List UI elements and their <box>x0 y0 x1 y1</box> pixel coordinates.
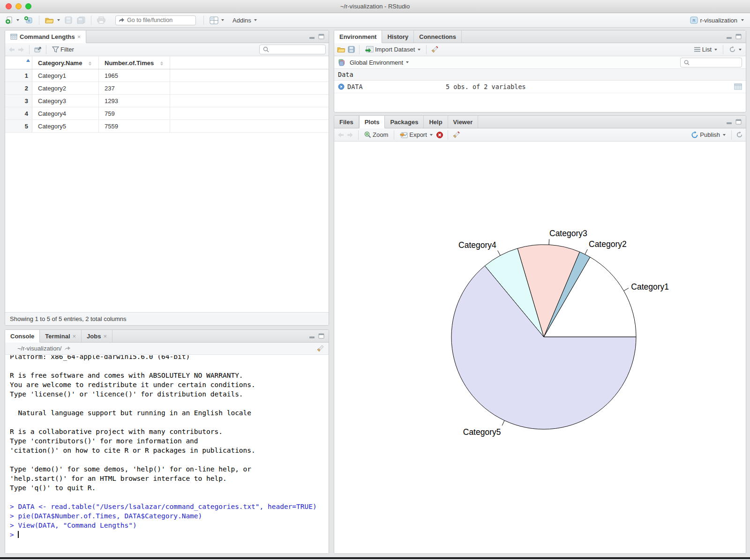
working-directory-path[interactable]: ~/r-visualization/ <box>17 345 61 352</box>
list-view-button[interactable]: List <box>692 45 719 54</box>
close-icon[interactable]: × <box>73 333 76 340</box>
back-icon[interactable] <box>8 46 15 53</box>
maximize-pane-icon[interactable] <box>735 34 742 39</box>
clear-environment-icon[interactable] <box>431 46 438 53</box>
maximize-pane-icon[interactable] <box>318 333 325 339</box>
environment-object-row[interactable]: DATA 5 obs. of 2 variables <box>334 81 746 93</box>
minimize-pane-icon[interactable] <box>726 119 733 125</box>
previous-plot-icon[interactable] <box>337 132 345 138</box>
environment-search-input[interactable] <box>691 59 738 66</box>
tab-command-lengths[interactable]: Command Lengths × <box>5 30 86 43</box>
table-row: 5Category57559 <box>5 120 329 133</box>
toolbar-separator <box>731 130 732 140</box>
clear-console-icon[interactable] <box>316 345 324 352</box>
open-file-button[interactable] <box>44 15 61 25</box>
tab-packages[interactable]: Packages <box>385 116 424 128</box>
tab-plots[interactable]: Plots <box>359 116 385 128</box>
pie-label-tick <box>549 239 549 245</box>
traffic-lights <box>6 3 31 9</box>
pane-layout-button[interactable] <box>208 15 225 25</box>
close-icon[interactable]: × <box>77 33 81 40</box>
tab-history[interactable]: History <box>382 30 414 43</box>
filter-button[interactable]: Filter <box>51 45 75 54</box>
zoom-plot-button[interactable]: Zoom <box>363 130 390 139</box>
zoom-window-button[interactable] <box>25 3 31 9</box>
forward-icon[interactable] <box>17 46 25 53</box>
minimize-pane-icon[interactable] <box>726 34 733 39</box>
window-title: ~/r-visualization - RStudio <box>340 3 410 10</box>
console-output-line <box>10 399 329 408</box>
new-project-button[interactable]: R <box>22 15 35 25</box>
maximize-pane-icon[interactable] <box>735 119 742 125</box>
toolbar-separator <box>359 45 360 54</box>
minimize-pane-icon[interactable] <box>309 34 315 39</box>
save-workspace-icon[interactable] <box>348 46 355 53</box>
new-file-icon <box>5 16 14 24</box>
addins-button[interactable]: Addins <box>231 16 258 25</box>
tab-jobs[interactable]: Jobs× <box>82 330 112 342</box>
goto-directory-icon[interactable] <box>64 346 71 351</box>
remove-plot-icon[interactable] <box>436 131 443 139</box>
export-plot-button[interactable]: Export <box>398 130 434 139</box>
print-button[interactable] <box>96 15 107 25</box>
minimize-window-button[interactable] <box>15 3 22 9</box>
publish-button[interactable]: Publish <box>690 130 727 140</box>
environment-search-box[interactable] <box>680 58 742 67</box>
load-workspace-icon[interactable] <box>337 46 346 53</box>
refresh-caret <box>739 49 742 51</box>
row-number-header[interactable] <box>5 57 32 69</box>
goto-file-input[interactable] <box>127 17 188 23</box>
tab-files[interactable]: Files <box>334 116 359 128</box>
pie-label-tick <box>498 251 501 256</box>
object-name: DATA <box>347 83 363 90</box>
console-input-area[interactable]: Platform: x86_64-apple-darwin15.6.0 (64-… <box>5 355 329 553</box>
tabbar-spacer <box>462 30 722 43</box>
console-output-line: R is a collaborative project with many c… <box>10 427 329 436</box>
goto-file-box[interactable] <box>115 15 196 25</box>
expand-object-icon[interactable] <box>338 83 345 90</box>
next-plot-icon[interactable] <box>346 132 354 138</box>
minimize-pane-icon[interactable] <box>309 334 315 339</box>
console-output-line: Type 'license()' or 'licence()' for dist… <box>10 389 329 399</box>
refresh-environment-button[interactable] <box>728 45 743 54</box>
close-window-button[interactable] <box>6 3 12 9</box>
save-button[interactable] <box>63 15 74 25</box>
console-pane: Console Terminal× Jobs× ~/r-visualizatio… <box>5 329 329 554</box>
console-output-line: 'help.start()' for an HTML browser inter… <box>10 474 329 483</box>
view-data-grid-icon[interactable] <box>734 83 742 90</box>
import-dataset-button[interactable]: Import Dataset <box>364 45 422 54</box>
filter-funnel-icon <box>52 46 59 52</box>
new-file-button[interactable] <box>4 15 21 25</box>
publish-icon <box>691 131 698 139</box>
table-search-box[interactable] <box>259 45 326 54</box>
export-icon <box>400 131 408 138</box>
tab-environment[interactable]: Environment <box>334 30 382 43</box>
pane-layout-icon <box>210 16 218 24</box>
refresh-plot-icon[interactable] <box>736 131 743 138</box>
tab-console[interactable]: Console <box>5 330 40 343</box>
column-header-number-of-times[interactable]: Number.of.Times <box>99 57 170 69</box>
toolbar-separator <box>46 45 46 54</box>
environment-scope-selector[interactable]: Global Environment <box>348 58 410 67</box>
open-in-window-icon[interactable] <box>34 46 42 53</box>
goto-arrow-icon <box>119 17 125 23</box>
save-all-button[interactable] <box>75 15 87 25</box>
row-number: 4 <box>5 107 32 119</box>
console-prompt[interactable]: > <box>10 530 329 539</box>
tab-viewer[interactable]: Viewer <box>448 116 479 128</box>
table-search-input[interactable] <box>271 46 318 53</box>
cell-number-of-times: 1965 <box>99 69 170 82</box>
clear-plots-icon[interactable] <box>452 131 460 138</box>
column-header-category-name[interactable]: Category.Name <box>32 57 99 69</box>
close-icon[interactable]: × <box>103 333 107 340</box>
tab-connections[interactable]: Connections <box>414 30 462 43</box>
tab-help[interactable]: Help <box>424 116 448 128</box>
tab-terminal[interactable]: Terminal× <box>40 330 82 342</box>
project-menu-button[interactable]: R r-visualization <box>689 15 745 25</box>
toolbar-separator <box>39 15 39 25</box>
refresh-icon <box>729 46 736 53</box>
pie-label-category3: Category3 <box>549 229 587 238</box>
cell-category-name: Category5 <box>32 120 99 132</box>
toolbar-separator <box>723 45 723 54</box>
maximize-pane-icon[interactable] <box>318 34 325 39</box>
